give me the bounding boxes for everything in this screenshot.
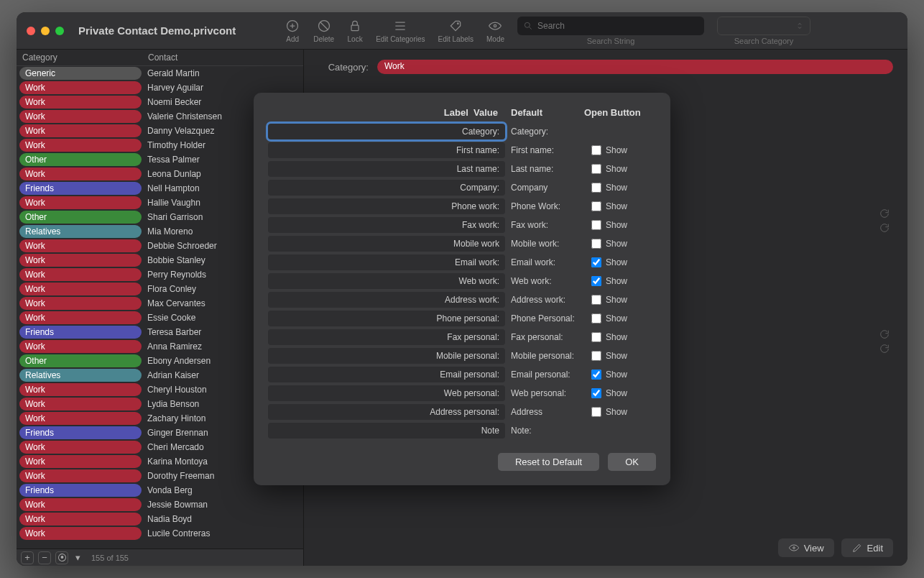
search-string-box[interactable] xyxy=(517,17,704,35)
mode-button[interactable]: Mode xyxy=(486,18,504,43)
contact-row[interactable]: WorkJessie Bowman xyxy=(17,497,303,512)
category-pill: Work xyxy=(19,498,142,511)
show-checkbox[interactable] xyxy=(591,351,601,361)
label-input[interactable] xyxy=(268,367,505,382)
label-input[interactable] xyxy=(268,329,505,345)
contact-name: Nadia Boyd xyxy=(144,514,192,524)
sidebar-footer: + − ⦿ ▾ 155 of 155 xyxy=(17,549,303,566)
category-pill: Work xyxy=(19,168,142,180)
search-category-select[interactable] xyxy=(717,17,810,35)
minimize-window-button[interactable] xyxy=(41,27,50,35)
label-input[interactable] xyxy=(268,292,505,308)
edit-categories-button[interactable]: Edit Categories xyxy=(376,18,425,43)
contact-name: Flora Conley xyxy=(144,284,196,294)
label-input[interactable] xyxy=(268,161,505,177)
refresh-icon[interactable] xyxy=(879,222,890,234)
contact-row[interactable]: WorkLucile Contreras xyxy=(17,526,303,541)
label-input[interactable] xyxy=(268,311,505,326)
category-pill: Work xyxy=(19,340,142,353)
contact-name: Essie Cooke xyxy=(144,313,195,323)
label-input[interactable] xyxy=(268,198,505,214)
view-button[interactable]: View xyxy=(778,538,834,557)
edit-button[interactable]: Edit xyxy=(841,538,893,557)
label-input[interactable] xyxy=(268,180,505,196)
label-input[interactable] xyxy=(268,385,505,401)
show-checkbox[interactable] xyxy=(591,239,601,249)
category-pill: Work xyxy=(19,139,142,152)
contact-name: Perry Reynolds xyxy=(144,270,206,280)
ok-button[interactable]: OK xyxy=(608,453,656,471)
category-pill: Friends xyxy=(19,182,142,195)
action-menu-button[interactable]: ⦿ xyxy=(55,551,68,564)
category-pill: Friends xyxy=(19,326,142,339)
show-checkbox[interactable] xyxy=(591,145,601,155)
col-category[interactable]: Category xyxy=(22,52,148,63)
category-pill: Work xyxy=(19,110,142,123)
delete-button[interactable]: Delete xyxy=(313,18,334,43)
reset-to-default-button[interactable]: Reset to Default xyxy=(498,453,599,471)
contact-row[interactable]: FriendsVonda Berg xyxy=(17,483,303,497)
show-label: Show xyxy=(606,257,627,267)
category-value[interactable]: Work xyxy=(377,60,893,74)
label-row: Address work:Show xyxy=(268,292,656,308)
titlebar: Private Contact Demo.privcont Add Delete… xyxy=(17,12,907,50)
label-input[interactable] xyxy=(268,217,505,233)
category-pill: Work xyxy=(19,527,142,540)
lock-icon xyxy=(347,18,363,34)
dropdown-button[interactable]: ▾ xyxy=(73,551,83,564)
toolbar: Add Delete Lock Edit Categories Edit Lab… xyxy=(285,17,897,45)
window-title: Private Contact Demo.privcont xyxy=(78,24,236,37)
add-contact-button[interactable]: + xyxy=(21,551,34,564)
refresh-icon[interactable] xyxy=(879,343,890,354)
contact-name: Vonda Berg xyxy=(144,485,193,495)
edit-labels-label: Edit Labels xyxy=(438,35,473,43)
label-row: Fax work:Show xyxy=(268,217,656,233)
label-input[interactable] xyxy=(268,124,505,139)
show-checkbox[interactable] xyxy=(591,276,601,286)
search-icon xyxy=(523,21,533,31)
contact-name: Noemi Becker xyxy=(144,97,201,107)
category-pill: Other xyxy=(19,354,142,367)
refresh-icon[interactable] xyxy=(879,329,890,340)
close-window-button[interactable] xyxy=(27,27,35,35)
show-checkbox[interactable] xyxy=(591,257,601,267)
zoom-window-button[interactable] xyxy=(55,27,64,35)
label-input[interactable] xyxy=(268,348,505,364)
remove-contact-button[interactable]: − xyxy=(38,551,51,564)
svg-point-5 xyxy=(525,22,530,27)
label-input[interactable] xyxy=(268,142,505,158)
label-input[interactable] xyxy=(268,236,505,252)
category-pill: Work xyxy=(19,441,142,454)
search-input[interactable] xyxy=(537,21,698,31)
col-contact[interactable]: Contact xyxy=(148,52,177,63)
label-row: CompanyShow xyxy=(268,180,656,196)
show-checkbox-wrap: Show xyxy=(591,239,627,249)
show-checkbox[interactable] xyxy=(591,332,601,342)
contact-row[interactable]: WorkNadia Boyd xyxy=(17,512,303,526)
label-input[interactable] xyxy=(268,423,505,439)
show-checkbox[interactable] xyxy=(591,370,601,380)
contact-name: Adrian Kaiser xyxy=(144,370,199,380)
show-checkbox[interactable] xyxy=(591,407,601,417)
label-input[interactable] xyxy=(268,404,505,420)
category-pill: Work xyxy=(19,96,142,109)
add-button[interactable]: Add xyxy=(285,18,300,43)
category-row: Category: Work xyxy=(318,60,893,74)
edit-labels-button[interactable]: Edit Labels xyxy=(438,18,473,43)
label-input[interactable] xyxy=(268,254,505,270)
show-checkbox[interactable] xyxy=(591,295,601,305)
refresh-icon[interactable] xyxy=(879,208,890,219)
show-checkbox[interactable] xyxy=(591,388,601,398)
dialog-rows: Category:First name:ShowLast name:ShowCo… xyxy=(268,124,656,439)
show-checkbox[interactable] xyxy=(591,201,601,211)
show-checkbox[interactable] xyxy=(591,220,601,230)
show-checkbox[interactable] xyxy=(591,164,601,174)
contact-row[interactable]: GenericGerald Martin xyxy=(17,66,303,81)
category-pill: Other xyxy=(19,153,142,166)
lock-button[interactable]: Lock xyxy=(347,18,363,43)
show-checkbox[interactable] xyxy=(591,183,601,193)
show-checkbox[interactable] xyxy=(591,313,601,324)
pencil-icon xyxy=(851,542,863,554)
contact-name: Shari Garrison xyxy=(144,212,203,222)
label-input[interactable] xyxy=(268,273,505,289)
